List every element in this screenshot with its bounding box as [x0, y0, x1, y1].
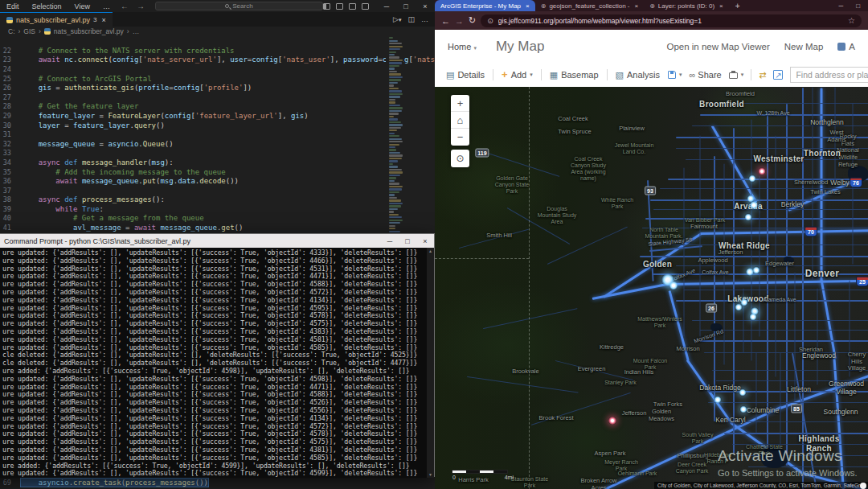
map-scalebar: 0 4mi: [452, 471, 514, 480]
menu-edit[interactable]: Edit: [0, 2, 26, 10]
minimap-row: [389, 188, 402, 190]
minimap-row: [389, 203, 403, 204]
breadcrumb-item[interactable]: nats_subscriber_avl.py: [54, 27, 124, 35]
avl-point-cyan[interactable]: [750, 314, 757, 321]
url-bar[interactable]: ⊙ gis.jeffcom911.org/portal/home/webmap/…: [481, 14, 862, 27]
maximize-button[interactable]: □: [396, 2, 416, 10]
browser-tab[interactable]: ⊕geojson_feature_collection -×: [535, 0, 644, 11]
save-button[interactable]: ▾: [668, 71, 682, 79]
browser-reload-icon[interactable]: ↻: [469, 15, 476, 26]
avl-point-cyan[interactable]: [740, 406, 747, 413]
avl-point-cyan[interactable]: [753, 267, 760, 274]
browser-back-icon[interactable]: ←: [441, 16, 450, 26]
browser-maximize-button[interactable]: □: [856, 2, 860, 10]
tab-nats-subscriber[interactable]: nats_subscriber_avl.py 3 ×: [0, 12, 113, 27]
code-line: 32 message_queue = asyncio.Queue(): [0, 139, 435, 149]
bookmark-star-icon[interactable]: ☆: [848, 16, 855, 25]
screen: EditSelectionView… ← → Search ─ □ ×: [0, 0, 868, 489]
avl-point-cyan[interactable]: [745, 214, 752, 221]
terminal-output[interactable]: ure updated: {'addResults': [], 'updateR…: [0, 248, 434, 478]
basemap-button[interactable]: ▦Basemap: [550, 70, 599, 80]
tab-close-icon[interactable]: ×: [634, 2, 638, 10]
terminal-minimize-button[interactable]: ─: [381, 237, 399, 245]
zoom-in-button[interactable]: +: [451, 95, 469, 112]
new-map-link[interactable]: New Map: [784, 42, 824, 51]
open-new-map-viewer-link[interactable]: Open in new Map Viewer: [666, 42, 769, 51]
directions-icon[interactable]: ⇄: [759, 70, 766, 80]
breadcrumb-item[interactable]: C:: [8, 27, 15, 35]
road-segment: [700, 229, 868, 235]
terminal-titlebar[interactable]: Command Prompt - python C:\GIS\nats_subs…: [0, 234, 434, 248]
divider: [541, 69, 542, 80]
home-button[interactable]: ⌂: [451, 112, 469, 129]
divider: [493, 69, 493, 80]
share-button[interactable]: ∞Share: [690, 70, 722, 80]
minimap-row: [389, 56, 399, 58]
attribution-info-icon[interactable]: [860, 483, 866, 489]
breadcrumb-item[interactable]: …: [133, 27, 140, 35]
scroll-down-icon[interactable]: ▼: [428, 471, 432, 478]
browser-tab[interactable]: ⊕Layer: points (ID: 0)×: [644, 0, 729, 11]
add-button[interactable]: +Add▾: [502, 70, 533, 80]
tab-close-icon[interactable]: ×: [102, 16, 106, 24]
zoom-out-button[interactable]: −: [451, 129, 469, 146]
minimap-row: [389, 186, 403, 187]
site-info-icon[interactable]: ⊙: [487, 17, 493, 25]
map-label: Morrison Rd: [694, 328, 725, 345]
find-address-input[interactable]: [790, 67, 868, 83]
editor-back-icon[interactable]: ←: [117, 2, 133, 10]
scroll-up-icon[interactable]: ▲: [428, 248, 432, 254]
analysis-button[interactable]: ▧Analysis: [616, 70, 660, 80]
close-button[interactable]: ×: [416, 2, 435, 10]
run-python-icon[interactable]: ▷▾: [393, 15, 401, 23]
split-editor-icon[interactable]: ◫: [407, 15, 415, 23]
browser-minimize-button[interactable]: ─: [838, 2, 843, 10]
new-tab-button[interactable]: +: [729, 0, 747, 11]
terminal-close-button[interactable]: ×: [416, 237, 434, 245]
minimap-row: [389, 183, 399, 184]
tab-close-icon[interactable]: ×: [719, 2, 723, 10]
minimap-row: [389, 158, 402, 159]
locate-button[interactable]: ⊙: [451, 150, 469, 167]
tab-close-icon[interactable]: ×: [526, 2, 530, 10]
avl-point-cyan[interactable]: [714, 397, 722, 404]
avl-point-cyan[interactable]: [669, 281, 678, 290]
web-map[interactable]: BroomfieldBroomfieldW. 128th AveNorthgle…: [435, 87, 868, 489]
menu-selection[interactable]: Selection: [26, 2, 68, 10]
toggle-panel-icon[interactable]: [323, 3, 330, 10]
interstate-shield: 70: [805, 227, 817, 237]
more-actions-icon[interactable]: …: [421, 15, 428, 23]
customize-layout-icon[interactable]: [362, 3, 369, 10]
road-segment: [724, 433, 868, 434]
vscode-search-box[interactable]: Search: [155, 2, 323, 10]
browser-forward-icon[interactable]: →: [455, 16, 464, 26]
avl-point-red[interactable]: [759, 168, 766, 175]
details-button[interactable]: ▤Details: [446, 70, 485, 80]
breadcrumb-item[interactable]: GIS: [23, 27, 35, 35]
avl-point-cyan[interactable]: [750, 201, 758, 209]
minimap-row: [389, 101, 395, 103]
command-prompt-window: Command Prompt - python C:\GIS\nats_subs…: [0, 233, 435, 477]
menu-view[interactable]: View: [68, 2, 96, 10]
road-segment: [795, 273, 796, 401]
browser-tab[interactable]: ArcGIS Enterprise - My Map×: [435, 0, 535, 11]
avl-point-red[interactable]: [608, 417, 616, 425]
python-file-icon: [6, 17, 13, 23]
editor-forward-icon[interactable]: →: [133, 2, 149, 10]
terminal-scrollbar[interactable]: ▲ ▼: [427, 248, 434, 478]
avl-point-cyan[interactable]: [739, 389, 747, 397]
measure-icon[interactable]: ↗: [773, 70, 783, 80]
home-menu[interactable]: Home ▾: [448, 42, 477, 51]
print-button[interactable]: ▾: [729, 71, 744, 79]
account-menu[interactable]: A: [837, 42, 855, 51]
terminal-maximize-button[interactable]: □: [399, 237, 416, 245]
menu-[interactable]: …: [96, 2, 117, 10]
minimize-button[interactable]: ─: [377, 2, 396, 10]
code-line: 23 await nc.connect(config['nats_server_…: [0, 55, 435, 65]
avl-point-cyan[interactable]: [735, 304, 743, 311]
toggle-bottom-panel-icon[interactable]: [336, 3, 343, 10]
avl-point-cyan[interactable]: [749, 175, 756, 183]
code-line: 25 # Connect to ArcGIS Portal: [0, 74, 435, 84]
toggle-secondary-sidebar-icon[interactable]: [349, 3, 356, 10]
minimap-row: [389, 62, 402, 64]
